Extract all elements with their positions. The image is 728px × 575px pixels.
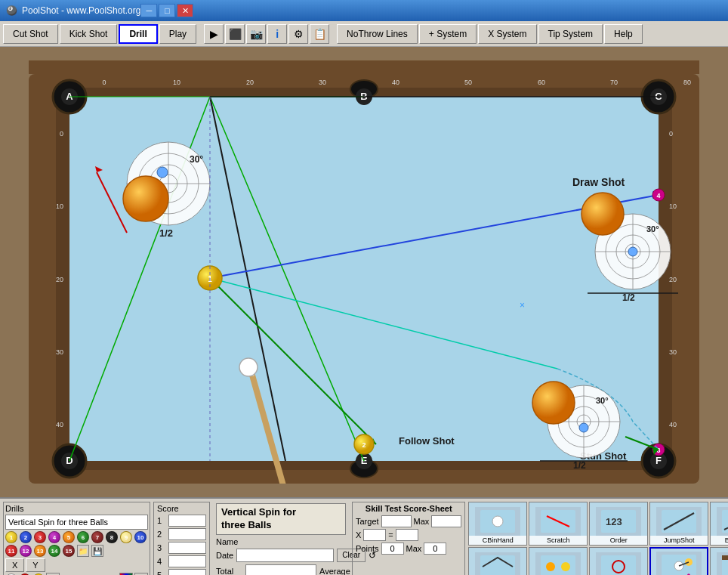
ball-12[interactable]: 12 (20, 545, 32, 557)
score-input-2[interactable] (168, 528, 206, 540)
score-input-5[interactable] (168, 569, 206, 575)
svg-text:30°: 30° (646, 224, 659, 233)
skill-x-row: X = (356, 529, 461, 541)
thumb-hitrail[interactable]: HitRail (710, 547, 728, 575)
info-icon-button[interactable]: i (267, 24, 287, 44)
max2-label: Max (406, 544, 422, 553)
ruler-top (29, 60, 699, 74)
export-icon-button[interactable]: 📋 (310, 24, 329, 44)
ball-13[interactable]: 13 (34, 545, 46, 557)
total-row: Total Average (216, 564, 346, 575)
points-value: 0 (381, 543, 404, 555)
thumb-scratch-label: Scratch (529, 536, 587, 545)
minimize-button[interactable]: ─ (140, 4, 157, 17)
svg-text:0: 0 (60, 130, 63, 138)
svg-text:Follow Shot: Follow Shot (399, 435, 455, 447)
x-button[interactable]: X (5, 558, 24, 572)
ball-2[interactable]: 2 (20, 531, 32, 543)
thumb-kiss[interactable]: Kiss (589, 547, 648, 575)
ball-1[interactable]: 1 (5, 531, 17, 543)
max-label: Max (414, 517, 430, 526)
ball-8[interactable]: 8 (106, 531, 118, 543)
camera-icon-button[interactable]: 📷 (246, 24, 266, 44)
skill-x-input[interactable] (363, 529, 386, 541)
ball-3[interactable]: 3 (34, 531, 46, 543)
settings-icon-button[interactable]: ⚙ (288, 24, 308, 44)
maximize-button[interactable]: □ (159, 4, 175, 17)
pool-table-svg[interactable]: 0 10 20 30 40 50 60 70 80 0 10 20 30 40 … (29, 74, 699, 484)
skill-target-row: Target Max (356, 515, 461, 527)
open-folder-icon[interactable]: 📁 (77, 545, 89, 557)
thumb-jumpshot[interactable]: JumpShot (649, 502, 708, 546)
svg-text:Draw Shot: Draw Shot (572, 176, 625, 188)
y-button[interactable]: Y (26, 558, 45, 572)
ball-10[interactable]: 10 (134, 531, 147, 543)
tip-system-button[interactable]: Tip System (538, 24, 603, 44)
ball-15[interactable]: 15 (63, 545, 75, 557)
svg-text:20: 20 (246, 79, 254, 86)
score-input-3[interactable] (168, 542, 206, 554)
target-input[interactable] (381, 515, 412, 527)
thumb-order[interactable]: 123 Order (589, 502, 648, 546)
svg-text:F: F (656, 455, 662, 466)
svg-rect-112 (541, 555, 575, 575)
help-button[interactable]: Help (604, 24, 643, 44)
score-row-3: 3 (157, 542, 206, 554)
ball-7[interactable]: 7 (91, 531, 103, 543)
thumb-bankshot-label: BankShot (711, 536, 728, 545)
plus-system-button[interactable]: + System (419, 24, 477, 44)
points-label: Points (356, 544, 379, 553)
svg-text:10: 10 (56, 202, 63, 210)
thumb-scratch[interactable]: Scratch (529, 502, 588, 546)
skill-points-row: Points 0 Max 0 (356, 543, 461, 555)
kick-shot-button[interactable]: Kick Shot (60, 24, 118, 44)
svg-point-72 (123, 176, 168, 221)
play-icon-button[interactable]: ▶ (204, 24, 224, 44)
thumb-cbinhand[interactable]: CBinHand (468, 502, 527, 546)
bottom-panel: Drills 1 2 3 4 5 6 7 8 9 10 11 12 13 14 … (0, 497, 728, 575)
svg-text:1/2: 1/2 (622, 292, 635, 303)
x-system-button[interactable]: X System (478, 24, 536, 44)
svg-text:50: 50 (464, 79, 472, 86)
drill-name-input[interactable] (5, 515, 148, 530)
max-input[interactable] (431, 515, 461, 527)
svg-text:0: 0 (669, 130, 673, 138)
date-input[interactable] (236, 549, 334, 562)
stop-icon-button[interactable]: ⬛ (225, 24, 245, 44)
score-row-2: 2 (157, 528, 206, 540)
thumb-carom[interactable]: ● Carom (649, 547, 708, 575)
score-section: Score 1 2 3 4 5 (153, 502, 210, 575)
svg-text:30: 30 (319, 79, 326, 86)
namedate-section: Vertical Spin for three Balls Name Date … (213, 502, 349, 575)
score-input-4[interactable] (168, 555, 206, 567)
svg-text:30: 30 (56, 348, 63, 356)
thumb-combo[interactable]: Combo (529, 547, 588, 575)
drill-button[interactable]: Drill (119, 24, 157, 44)
svg-text:40: 40 (392, 79, 399, 86)
ball-11[interactable]: 11 (5, 545, 17, 557)
right-panel: CBinHand Scratch 123 Order JumpShot (468, 502, 728, 575)
svg-point-96 (532, 382, 575, 424)
svg-point-103 (492, 516, 503, 527)
save-icon[interactable]: 💾 (91, 545, 103, 557)
ball-4[interactable]: 4 (48, 531, 60, 543)
thumb-jumpshot-label: JumpShot (650, 536, 708, 545)
score-row-4: 4 (157, 555, 206, 567)
thumb-bankshot[interactable]: BankShot (710, 502, 728, 546)
target-label: Target (356, 517, 379, 526)
cut-shot-button[interactable]: Cut Shot (3, 24, 58, 44)
skill-eq-input[interactable] (396, 529, 418, 541)
thumb-kickshot[interactable]: KickShot (468, 547, 527, 575)
no-throw-lines-button[interactable]: NoThrow Lines (337, 24, 418, 44)
toolbar: Cut Shot Kick Shot Drill Play ▶ ⬛ 📷 i ⚙ … (0, 21, 728, 47)
close-button[interactable]: ✕ (177, 4, 193, 17)
ball-9[interactable]: 9 (120, 531, 132, 543)
ball-14[interactable]: 14 (48, 545, 60, 557)
ball-6[interactable]: 6 (77, 531, 89, 543)
score-input-1[interactable] (168, 515, 206, 527)
total-input[interactable] (245, 564, 316, 575)
play-button[interactable]: Play (159, 24, 196, 44)
svg-text:1/2: 1/2 (159, 227, 173, 239)
svg-point-85 (581, 193, 624, 235)
ball-5[interactable]: 5 (63, 531, 75, 543)
